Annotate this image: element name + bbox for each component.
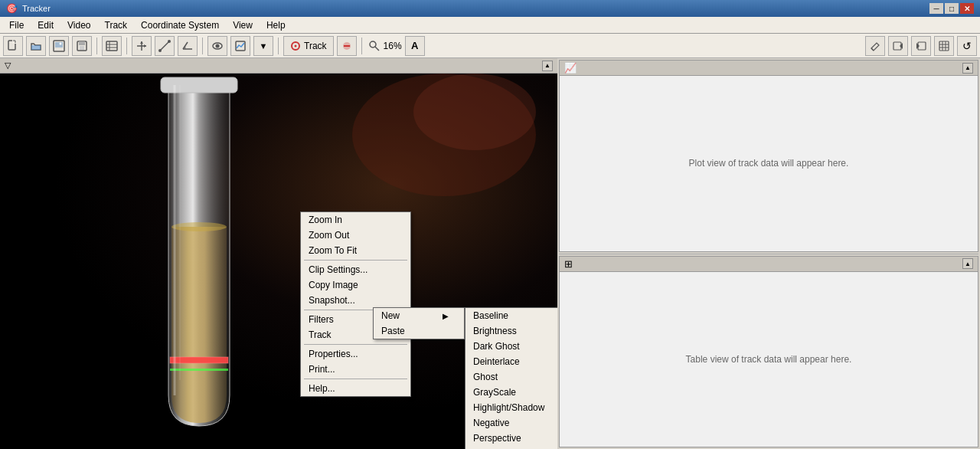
export-right-button[interactable] xyxy=(911,36,931,56)
menu-track[interactable]: Track xyxy=(99,18,134,32)
track-toolbar-button[interactable]: Track xyxy=(283,36,334,56)
save-button[interactable] xyxy=(72,36,92,56)
fontsize-button[interactable]: A xyxy=(405,36,425,56)
menu-video[interactable]: Video xyxy=(61,18,96,32)
toolbar-right: ↺ xyxy=(865,36,977,56)
filter-negative-label: Negative xyxy=(473,418,509,428)
new-button[interactable] xyxy=(3,36,23,56)
open-button[interactable] xyxy=(26,36,46,56)
ctx-copy-image-label: Copy Image xyxy=(309,280,358,290)
export-left-button[interactable] xyxy=(888,36,908,56)
grid-button[interactable] xyxy=(934,36,954,56)
line-button[interactable] xyxy=(155,36,175,56)
svg-marker-16 xyxy=(140,41,143,44)
filter-dark-ghost[interactable]: Dark Ghost xyxy=(466,339,557,354)
filters-paste[interactable]: Paste xyxy=(374,323,464,339)
svg-rect-34 xyxy=(939,41,949,51)
video-header: ▽ ▲ xyxy=(0,58,557,74)
maximize-button[interactable]: □ xyxy=(945,3,959,14)
ctx-copy-image[interactable]: Copy Image xyxy=(301,277,410,293)
plot-placeholder-text: Plot view of track data will appear here… xyxy=(689,158,849,169)
title-bar-controls[interactable]: ─ □ ✕ xyxy=(929,3,974,14)
right-panel: 📈 ▲ Plot view of track data will appear … xyxy=(557,58,980,449)
filter-perspective[interactable]: Perspective xyxy=(466,431,557,446)
plot-scroll-up[interactable]: ▲ xyxy=(962,63,973,74)
video-content[interactable]: Zoom In Zoom Out Zoom To Fit Clip Settin… xyxy=(0,74,557,449)
coord-button[interactable] xyxy=(132,36,152,56)
svg-rect-9 xyxy=(106,41,117,51)
menu-help[interactable]: Help xyxy=(260,18,292,32)
plot-icon: 📈 xyxy=(564,62,577,74)
filter-negative[interactable]: Negative xyxy=(466,415,557,431)
filters-new[interactable]: New ▶ xyxy=(374,308,464,323)
menu-view[interactable]: View xyxy=(227,18,259,32)
filter-dark-ghost-label: Dark Ghost xyxy=(473,341,520,352)
svg-rect-7 xyxy=(79,41,85,45)
filter-deinterlace-label: Deinterlace xyxy=(473,356,520,367)
table-header: ⊞ ▲ xyxy=(560,257,978,272)
filter-brightness[interactable]: Brightness xyxy=(466,323,557,339)
ctx-properties-label: Properties... xyxy=(309,349,358,359)
table-content: Table view of track data will appear her… xyxy=(560,272,978,447)
chart-dropdown-button[interactable]: ▼ xyxy=(253,36,273,56)
table-icon: ⊞ xyxy=(564,258,573,270)
eye-button[interactable] xyxy=(207,36,227,56)
toolbar: ▼ Track 16% A ↺ xyxy=(0,34,980,58)
svg-point-23 xyxy=(216,44,220,48)
video-filter-icon: ▽ xyxy=(5,61,11,70)
ctx-zoom-out[interactable]: Zoom Out xyxy=(301,228,410,243)
main-content: ▽ ▲ xyxy=(0,58,980,449)
menu-coordinate-system[interactable]: Coordinate System xyxy=(135,18,225,32)
ctx-clip-settings[interactable]: Clip Settings... xyxy=(301,262,410,277)
ctx-print[interactable]: Print... xyxy=(301,362,410,377)
track-options-button[interactable] xyxy=(337,36,357,56)
ctx-sep-3 xyxy=(304,344,407,345)
filter-radial-distortion[interactable]: Radial Distortion xyxy=(466,446,557,449)
svg-point-41 xyxy=(413,74,536,150)
ctx-zoom-in-label: Zoom In xyxy=(309,215,342,225)
ctx-filters-label: Filters xyxy=(309,314,334,325)
title-bar: 🎯 Tracker ─ □ ✕ xyxy=(0,0,980,17)
ctx-zoom-fit[interactable]: Zoom To Fit xyxy=(301,243,410,258)
filters-paste-label: Paste xyxy=(381,326,405,336)
close-button[interactable]: ✕ xyxy=(960,3,974,14)
filter-highlight-shadow[interactable]: Highlight/Shadow xyxy=(466,400,557,415)
menu-file[interactable]: File xyxy=(3,18,30,32)
table-button[interactable] xyxy=(102,36,122,56)
svg-point-29 xyxy=(370,41,376,48)
zoom-icon xyxy=(367,38,382,54)
minimize-button[interactable]: ─ xyxy=(929,3,943,14)
filter-deinterlace[interactable]: Deinterlace xyxy=(466,354,557,369)
ctx-zoom-in[interactable]: Zoom In xyxy=(301,212,410,228)
filters-new-label: New xyxy=(381,310,400,321)
ctx-properties[interactable]: Properties... xyxy=(301,346,410,362)
video-panel: ▽ ▲ xyxy=(0,58,557,449)
filter-ghost[interactable]: Ghost xyxy=(466,369,557,385)
separator-1 xyxy=(96,38,97,54)
ctx-snapshot-label: Snapshot... xyxy=(309,295,355,306)
refresh-button[interactable]: ↺ xyxy=(957,36,977,56)
separator-3 xyxy=(202,38,203,54)
pencil-button[interactable] xyxy=(865,36,885,56)
filters-new-arrow: ▶ xyxy=(443,312,449,320)
ctx-help[interactable]: Help... xyxy=(301,381,410,396)
title-bar-left: 🎯 Tracker xyxy=(6,3,51,14)
new-submenu: Baseline Brightness Dark Ghost Deinterla… xyxy=(465,307,557,449)
table-scroll-up[interactable]: ▲ xyxy=(962,258,973,269)
filter-grayscale[interactable]: GrayScale xyxy=(466,385,557,400)
video-scroll-up[interactable]: ▲ xyxy=(542,61,553,71)
plot-header: 📈 ▲ xyxy=(560,61,978,76)
separator-4 xyxy=(278,38,279,54)
filter-baseline[interactable]: Baseline xyxy=(466,308,557,323)
ctx-snapshot[interactable]: Snapshot... xyxy=(301,293,410,308)
filter-ghost-label: Ghost xyxy=(473,372,498,382)
svg-rect-2 xyxy=(31,45,41,50)
chart-button[interactable] xyxy=(230,36,250,56)
filters-submenu: New ▶ Paste xyxy=(373,307,465,339)
svg-point-5 xyxy=(60,42,62,44)
context-menu: Zoom In Zoom Out Zoom To Fit Clip Settin… xyxy=(300,211,411,397)
save-img-button[interactable] xyxy=(49,36,69,56)
ctx-help-label: Help... xyxy=(309,383,335,394)
angle-button[interactable] xyxy=(178,36,198,56)
menu-edit[interactable]: Edit xyxy=(31,18,60,32)
